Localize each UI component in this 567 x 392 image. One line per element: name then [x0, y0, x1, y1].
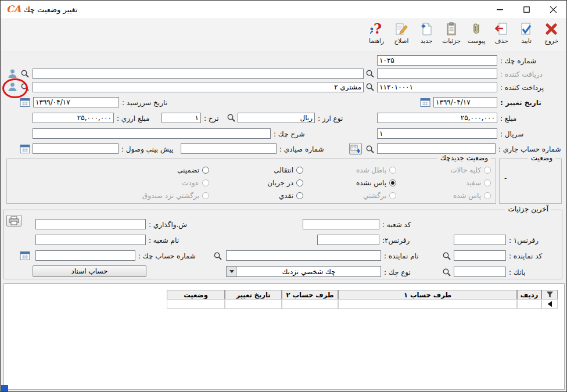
- current-account-input[interactable]: [377, 143, 496, 154]
- serial-input[interactable]: [377, 128, 497, 139]
- edit-icon: [394, 21, 409, 37]
- table-cell-account-party-2[interactable]: [282, 299, 338, 309]
- radio-circle: [202, 192, 209, 199]
- close-button[interactable]: [540, 1, 566, 18]
- new-button[interactable]: جديد: [415, 20, 438, 52]
- forecast-calendar-icon[interactable]: [20, 143, 30, 154]
- agent-name-search-icon[interactable]: [213, 251, 223, 261]
- col-change-date[interactable]: تاريخ تغيير: [225, 290, 282, 300]
- account-search-icon[interactable]: [365, 145, 375, 154]
- docs-account-button[interactable]: حساب اسناد: [33, 265, 146, 277]
- col-status[interactable]: وضعيت: [167, 290, 225, 300]
- maximize-button[interactable]: [513, 1, 540, 18]
- col-account-party-2[interactable]: طرف حساب ۲: [282, 290, 338, 300]
- app-logo: CA: [6, 3, 21, 15]
- fx-amount-input[interactable]: [33, 113, 114, 123]
- receiver-search-icon[interactable]: [365, 69, 375, 78]
- rate-input[interactable]: [162, 113, 201, 123]
- table-cell-change-date[interactable]: [225, 299, 282, 309]
- change-date-calendar-icon[interactable]: [420, 97, 430, 107]
- due-date-calendar-icon[interactable]: [20, 97, 30, 107]
- radio-blank: سفيد: [466, 179, 491, 187]
- payer-search-icon[interactable]: [365, 82, 375, 92]
- table-cell-row-number[interactable]: [517, 299, 541, 309]
- radio-in-progress[interactable]: در جريان: [267, 179, 303, 187]
- check-account-label: شماره حساب چك :: [138, 252, 196, 260]
- attach-button[interactable]: پيوست: [465, 20, 488, 52]
- payer-name-input[interactable]: [33, 82, 364, 92]
- minimize-button[interactable]: [486, 1, 513, 18]
- bank-input[interactable]: [454, 267, 506, 277]
- account-add-button[interactable]: [349, 143, 362, 154]
- radio-circle: [389, 192, 396, 199]
- check-desc-label: شرح چك :: [274, 130, 305, 138]
- exit-icon: [544, 21, 559, 37]
- ref2-input[interactable]: [317, 235, 379, 245]
- payer-code-input[interactable]: [377, 82, 497, 92]
- branch-code-input[interactable]: [303, 219, 379, 229]
- records-table: رديف طرف حساب ۱ طرف حساب ۲ تاريخ تغيير و…: [3, 283, 565, 390]
- edit-button[interactable]: اصلاح: [390, 20, 413, 52]
- confirm-label: تاييد: [521, 37, 532, 44]
- rate-label: نرخ :: [204, 114, 219, 123]
- sayad-number-input[interactable]: [181, 143, 277, 154]
- col-account-party-1[interactable]: طرف حساب ۱: [338, 290, 517, 300]
- radio-transferred[interactable]: انتقالي: [274, 166, 303, 174]
- table-cell-account-party-1[interactable]: [338, 299, 517, 309]
- receiver-name-input[interactable]: [33, 69, 364, 79]
- amount-input[interactable]: [377, 113, 497, 123]
- table-cell-status[interactable]: [167, 299, 225, 309]
- radio-circle: [296, 179, 303, 186]
- ref1-input[interactable]: [454, 235, 506, 245]
- help-button[interactable]: ? راهنما: [365, 20, 388, 52]
- check-desc-input[interactable]: [33, 128, 271, 139]
- receiver-code-input[interactable]: [377, 69, 497, 79]
- radio-not-cleared[interactable]: پاس نشده: [356, 179, 396, 187]
- confirm-button[interactable]: تاييد: [515, 20, 538, 52]
- receiver-name-search-icon[interactable]: [20, 69, 30, 78]
- currency-type-input[interactable]: [238, 113, 315, 123]
- maximize-icon: [523, 6, 530, 13]
- check-number-input[interactable]: [377, 55, 497, 66]
- delete-button[interactable]: حذف: [490, 20, 513, 52]
- due-date-input[interactable]: [33, 97, 119, 107]
- agent-name-input[interactable]: [226, 250, 381, 261]
- radio-label: انتقالي: [274, 166, 293, 174]
- details-label: جزئيات: [442, 37, 460, 44]
- bank-search-icon[interactable]: [442, 268, 451, 277]
- exit-button[interactable]: خروج: [540, 20, 563, 52]
- agent-code-search-icon[interactable]: [442, 251, 451, 261]
- filter-button[interactable]: [541, 290, 558, 300]
- radio-label: تضميني: [177, 166, 199, 174]
- details-button[interactable]: جزئيات: [440, 20, 463, 52]
- radio-cash[interactable]: نقدي: [279, 192, 303, 200]
- due-date-label: تاريخ سررسيد :: [122, 99, 167, 107]
- radio-cleared: پاس شده: [453, 192, 491, 200]
- new-icon: [419, 21, 434, 37]
- svg-text:?: ?: [374, 21, 382, 37]
- radio-all-states: كليه حالات: [450, 166, 491, 174]
- radio-guarantee[interactable]: تضميني: [177, 166, 209, 174]
- radio-label: پاس نشده: [356, 179, 386, 187]
- check-type-combo[interactable]: چك شخصي نزدبك: [226, 266, 381, 277]
- branch-name-input[interactable]: [35, 235, 146, 245]
- assign-no-input[interactable]: [35, 219, 146, 229]
- agent-code-label: كد نماينده :: [509, 252, 542, 260]
- check-account-calendar-icon[interactable]: [20, 250, 30, 261]
- status-value: -: [504, 174, 507, 182]
- check-account-input[interactable]: [35, 250, 135, 261]
- currency-search-icon[interactable]: [227, 113, 236, 123]
- radio-circle: [389, 167, 396, 174]
- chevron-down-icon[interactable]: [227, 267, 237, 276]
- table-plus-icon: [350, 144, 361, 153]
- col-row-number[interactable]: رديف: [517, 290, 541, 300]
- new-status-groupbox: وضعيت جديدچك كليه حالات باطل شده انتقالي…: [6, 159, 496, 204]
- collect-forecast-input[interactable]: [33, 143, 119, 154]
- print-button[interactable]: [6, 215, 21, 226]
- change-date-input[interactable]: [433, 97, 497, 107]
- close-icon: [550, 6, 557, 13]
- minimize-icon: [497, 6, 503, 13]
- agent-code-input[interactable]: [454, 250, 506, 261]
- receiver-person-icon[interactable]: [7, 68, 18, 79]
- bank-label: بانك :: [509, 268, 525, 276]
